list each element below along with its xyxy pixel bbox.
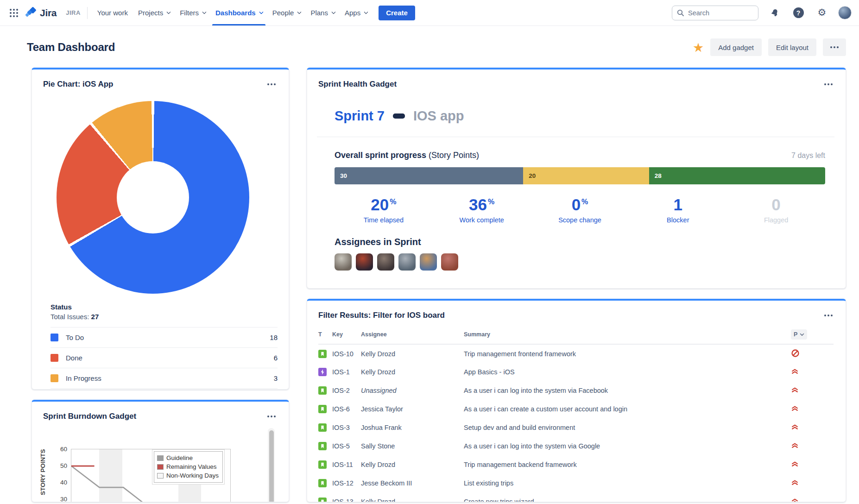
- pie-gadget-more-icon[interactable]: [267, 83, 276, 85]
- jira-logo[interactable]: Jira: [25, 7, 57, 19]
- issue-row[interactable]: IOS-5 Sally Stone As a user i can log in…: [318, 437, 834, 455]
- chevron-down-icon: [202, 10, 207, 14]
- issue-summary[interactable]: Setup dev and and build environment: [464, 418, 791, 437]
- help-button[interactable]: ?: [791, 6, 806, 20]
- issue-key[interactable]: IOS-2: [332, 381, 361, 400]
- issue-summary[interactable]: As a user i can log into the system via …: [464, 381, 791, 400]
- col-key[interactable]: Key: [332, 327, 361, 344]
- issue-row[interactable]: IOS-2 Unassigned As a user i can log int…: [318, 381, 834, 400]
- favorite-star-icon[interactable]: ★: [693, 41, 704, 54]
- y-axis-label: STORY POINTS: [39, 449, 46, 495]
- stat-flagged: 0 Flagged: [727, 195, 825, 224]
- days-left: 7 days left: [791, 151, 825, 160]
- legend-value: 18: [270, 334, 278, 341]
- issue-row[interactable]: IOS-10 Kelly Drozd Trip management front…: [318, 344, 834, 363]
- assignee-avatar-2[interactable]: [356, 253, 373, 271]
- issue-row[interactable]: IOS-11 Kelly Drozd Trip management backe…: [318, 455, 834, 474]
- issue-row[interactable]: IOS-6 Jessica Taylor As a user i can cre…: [318, 400, 834, 418]
- nav-item-people[interactable]: People: [267, 0, 306, 25]
- nav-item-your-work[interactable]: Your work: [92, 0, 133, 25]
- burndown-plot: Guideline Remaining Values Non-Working D…: [71, 449, 231, 502]
- top-nav: Jira JIRA Your workProjectsFiltersDashbo…: [0, 0, 859, 26]
- priority-highest-icon: [791, 386, 799, 394]
- issue-summary[interactable]: List existing trips: [464, 474, 791, 492]
- issue-assignee: Jessica Taylor: [361, 400, 464, 418]
- legend-item[interactable]: In Progress 3: [51, 368, 278, 389]
- legend-value: 6: [274, 354, 278, 362]
- dashboard-more-button[interactable]: [823, 38, 846, 56]
- issue-key[interactable]: IOS-3: [332, 418, 361, 437]
- issue-row[interactable]: IOS-3 Joshua Frank Setup dev and and bui…: [318, 418, 834, 437]
- issue-key[interactable]: IOS-13: [332, 492, 361, 502]
- issue-assignee: Joshua Frank: [361, 418, 464, 437]
- status-donut-chart[interactable]: [57, 101, 249, 294]
- issue-assignee: Kelly Drozd: [361, 363, 464, 381]
- legend-item[interactable]: Done 6: [51, 348, 278, 368]
- issue-key[interactable]: IOS-6: [332, 400, 361, 418]
- nav-item-apps[interactable]: Apps: [340, 0, 372, 25]
- edit-layout-button[interactable]: Edit layout: [768, 38, 816, 56]
- sprint-stats: 20% Time elapsed36% Work complete0% Scop…: [335, 195, 825, 224]
- issue-assignee: Unassigned: [361, 381, 464, 400]
- settings-button[interactable]: ⚙: [815, 6, 829, 20]
- nav-item-plans[interactable]: Plans: [305, 0, 340, 25]
- create-button[interactable]: Create: [379, 6, 415, 20]
- issue-summary[interactable]: As a user i can create a custom user acc…: [464, 400, 791, 418]
- issue-row[interactable]: IOS-1 Kelly Drozd App Basics - iOS: [318, 363, 834, 381]
- issue-key[interactable]: IOS-11: [332, 455, 361, 474]
- search-icon: [677, 9, 684, 17]
- scrollbar-thumb[interactable]: [269, 430, 274, 502]
- nav-item-projects[interactable]: Projects: [133, 0, 175, 25]
- filter-gadget-title: Filter Results: Filter for IOS board: [318, 311, 445, 320]
- burndown-gadget-title: Sprint Burndown Gadget: [43, 412, 136, 421]
- col-summary[interactable]: Summary: [464, 327, 791, 344]
- search-box[interactable]: [672, 6, 758, 20]
- profile-avatar[interactable]: [838, 6, 852, 19]
- issue-summary[interactable]: App Basics - iOS: [464, 363, 791, 381]
- issue-row[interactable]: IOS-12 Jesse Beckom III List existing tr…: [318, 474, 834, 492]
- issue-key[interactable]: IOS-5: [332, 437, 361, 455]
- add-gadget-button[interactable]: Add gadget: [710, 38, 762, 56]
- issue-key[interactable]: IOS-1: [332, 363, 361, 381]
- assignee-avatar-5[interactable]: [420, 253, 437, 271]
- assignee-avatar-6[interactable]: [441, 253, 458, 271]
- burndown-scrollbar[interactable]: [268, 428, 275, 502]
- assignee-avatar-3[interactable]: [377, 253, 394, 271]
- burndown-gadget-more-icon[interactable]: [267, 416, 276, 417]
- story-icon: [318, 498, 327, 502]
- burndown-legend-item: Remaining Values: [157, 462, 219, 471]
- nav-item-dashboards[interactable]: Dashboards: [210, 0, 267, 25]
- issue-summary[interactable]: Create new trips wizard: [464, 492, 791, 502]
- issue-assignee: Kelly Drozd: [361, 344, 464, 363]
- assignee-avatar-4[interactable]: [398, 253, 416, 271]
- notifications-button[interactable]: [767, 6, 782, 20]
- col-type[interactable]: T: [318, 327, 332, 344]
- nav-item-filters[interactable]: Filters: [175, 0, 210, 25]
- sprint-gadget-more-icon[interactable]: [824, 83, 833, 85]
- search-input[interactable]: [688, 9, 748, 17]
- filter-gadget-more-icon[interactable]: [824, 315, 833, 316]
- issue-summary[interactable]: As a user i can log into the system via …: [464, 437, 791, 455]
- sprint-name[interactable]: Sprint 7: [335, 108, 385, 124]
- sprint-gadget-title: Sprint Health Gadget: [318, 80, 397, 89]
- app-switcher-button[interactable]: [6, 6, 21, 20]
- issue-assignee: Jesse Beckom III: [361, 474, 464, 492]
- issue-assignee: Kelly Drozd: [361, 492, 464, 502]
- col-assignee[interactable]: Assignee: [361, 327, 464, 344]
- assignee-avatar-1[interactable]: [335, 253, 352, 271]
- issue-key[interactable]: IOS-10: [332, 344, 361, 363]
- issue-row[interactable]: IOS-13 Kelly Drozd Create new trips wiza…: [318, 492, 834, 502]
- issue-summary[interactable]: Trip management frontend framework: [464, 344, 791, 363]
- filter-results-gadget: Filter Results: Filter for IOS board T K…: [307, 299, 846, 502]
- epic-icon: [318, 368, 327, 376]
- issue-summary[interactable]: Trip management backend framework: [464, 455, 791, 474]
- y-tick: 40: [51, 479, 67, 486]
- table-header-row: T Key Assignee Summary P: [318, 327, 834, 344]
- divider: [317, 137, 834, 137]
- grid-icon: [9, 8, 19, 18]
- issue-key[interactable]: IOS-12: [332, 474, 361, 492]
- col-priority[interactable]: P: [791, 327, 834, 344]
- legend-item[interactable]: To Do 18: [51, 328, 278, 348]
- chevron-down-icon: [297, 10, 302, 14]
- priority-highest-icon: [791, 423, 799, 431]
